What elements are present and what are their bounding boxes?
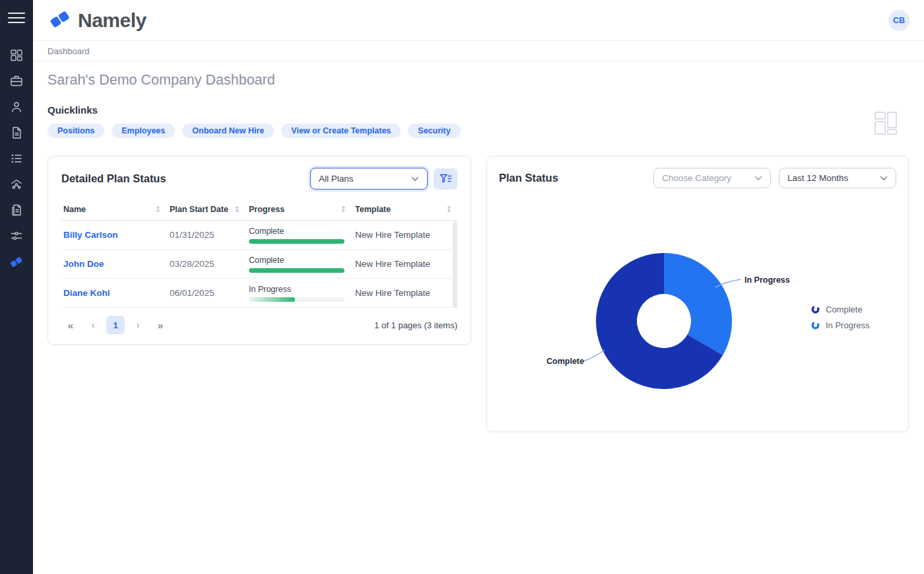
chevron-down-icon — [411, 176, 419, 182]
dashboard-layout-icon[interactable] — [874, 110, 899, 135]
plan-status-chart: In ProgressComplete Complete In Progress — [499, 194, 898, 424]
quicklinks-heading: Quicklinks — [48, 104, 909, 116]
pagination-summary: 1 of 1 pages (3 items) — [374, 320, 457, 330]
table-scrollbar[interactable] — [453, 221, 457, 308]
namely-flag-icon — [48, 7, 73, 34]
page-title: Sarah's Demo Company Dashboard — [48, 72, 909, 89]
progress-bar — [249, 297, 345, 302]
sort-icon[interactable]: ↕ — [234, 205, 240, 214]
chevron-down-icon — [754, 176, 762, 181]
template-name: New Hire Template — [353, 230, 459, 240]
donut-slice-in-progress — [664, 253, 732, 355]
legend-item-complete: Complete — [811, 305, 869, 314]
employee-name-link[interactable]: Diane Kohl — [63, 288, 110, 298]
briefcase-icon[interactable] — [0, 69, 33, 94]
employee-name-link[interactable]: Billy Carlson — [63, 230, 118, 240]
plan-status-card: Plan Status Choose Category Last 12 Mont… — [486, 156, 909, 432]
table-row: Diane Kohl 06/01/2025 In Progress New Hi… — [61, 279, 457, 308]
column-header-progress: Progress↕ — [247, 205, 353, 214]
report-icon[interactable] — [0, 197, 33, 223]
list-icon[interactable] — [0, 146, 33, 172]
quicklink-employees[interactable]: Employees — [112, 124, 175, 138]
progress-label: Complete — [249, 256, 346, 265]
app-name: Namely — [78, 9, 147, 32]
person-icon[interactable] — [0, 94, 33, 120]
detailed-plan-status-title: Detailed Plan Status — [61, 172, 166, 185]
table-row: Billy Carlson 01/31/2025 Complete New Hi… — [61, 221, 457, 250]
namely-logo[interactable]: Namely — [48, 7, 147, 34]
column-header-name: Name↕ — [61, 205, 168, 214]
sidebar — [0, 0, 33, 574]
breadcrumb-bar: Dashboard — [33, 41, 924, 61]
date-range-value: Last 12 Months — [787, 173, 848, 183]
sort-icon[interactable]: ↕ — [340, 205, 346, 214]
legend-ring-icon — [811, 321, 820, 330]
plan-start-date: 01/31/2025 — [168, 230, 247, 240]
pagination-first-button[interactable]: « — [61, 316, 80, 334]
legend-item-in-progress: In Progress — [811, 320, 869, 330]
plan-start-date: 06/01/2025 — [168, 288, 247, 298]
template-name: New Hire Template — [353, 288, 459, 298]
sliders-icon[interactable] — [0, 223, 33, 249]
category-placeholder: Choose Category — [662, 173, 731, 183]
detailed-plan-status-card: Detailed Plan Status All Plans Name↕Plan… — [48, 156, 471, 345]
main-content: Sarah's Demo Company Dashboard Quicklink… — [33, 61, 924, 574]
quicklinks-row: PositionsEmployeesOnboard New HireView o… — [48, 124, 909, 138]
legend-label: Complete — [826, 305, 863, 314]
pagination-next-button[interactable]: › — [129, 316, 147, 334]
plan-filter-select[interactable]: All Plans — [310, 168, 428, 190]
category-select[interactable]: Choose Category — [653, 168, 771, 188]
quicklink-onboard-new-hire[interactable]: Onboard New Hire — [182, 124, 274, 138]
pagination: « ‹ 1 › » 1 of 1 pages (3 items) — [61, 315, 457, 335]
sort-icon[interactable]: ↕ — [154, 205, 161, 214]
sort-icon[interactable]: ↕ — [446, 205, 452, 214]
table-row: John Doe 03/28/2025 Complete New Hire Te… — [61, 250, 457, 279]
progress-label: In Progress — [249, 285, 346, 294]
column-label: Plan Start Date — [170, 205, 228, 214]
plan-filter-value: All Plans — [319, 174, 354, 184]
progress-label: Complete — [249, 227, 346, 236]
quicklink-view-or-create-templates[interactable]: View or Create Templates — [281, 124, 401, 138]
pagination-prev-button[interactable]: ‹ — [84, 316, 102, 334]
progress-bar — [249, 268, 345, 273]
column-label: Progress — [249, 205, 284, 214]
dashboard-grid-icon[interactable] — [0, 43, 33, 69]
plan-status-title: Plan Status — [499, 172, 558, 184]
namely-flag-icon[interactable] — [0, 249, 33, 275]
employee-name-link[interactable]: John Doe — [63, 259, 104, 269]
pagination-last-button[interactable]: » — [151, 316, 170, 334]
quicklink-security[interactable]: Security — [408, 124, 460, 138]
progress-bar — [249, 239, 345, 244]
org-chart-icon[interactable] — [0, 172, 33, 197]
legend-ring-icon — [811, 305, 820, 314]
pagination-page-1[interactable]: 1 — [106, 316, 125, 334]
filter-button[interactable] — [434, 168, 457, 190]
date-range-select[interactable]: Last 12 Months — [779, 168, 896, 188]
plan-table: Name↕Plan Start Date↕Progress↕Template↕ … — [61, 198, 457, 308]
column-label: Template — [355, 205, 391, 214]
breadcrumb[interactable]: Dashboard — [48, 46, 90, 56]
chart-legend: Complete In Progress — [811, 305, 869, 330]
callout-label-in-progress: In Progress — [744, 275, 790, 285]
column-header-template: Template↕ — [353, 205, 459, 214]
hamburger-menu-icon[interactable] — [8, 7, 25, 28]
top-header: Namely CB — [33, 0, 924, 41]
user-avatar[interactable]: CB — [888, 10, 909, 31]
template-name: New Hire Template — [353, 259, 459, 269]
document-icon[interactable] — [0, 120, 33, 146]
chevron-down-icon — [880, 176, 888, 181]
column-header-plan-start-date: Plan Start Date↕ — [168, 205, 247, 214]
table-header-row: Name↕Plan Start Date↕Progress↕Template↕ — [61, 198, 457, 221]
legend-label: In Progress — [826, 320, 869, 330]
callout-label-complete: Complete — [546, 357, 584, 366]
quicklink-positions[interactable]: Positions — [48, 124, 104, 138]
column-label: Name — [63, 205, 86, 214]
callout-line — [583, 350, 605, 361]
funnel-filter-icon — [440, 174, 452, 184]
plan-start-date: 03/28/2025 — [168, 259, 247, 269]
